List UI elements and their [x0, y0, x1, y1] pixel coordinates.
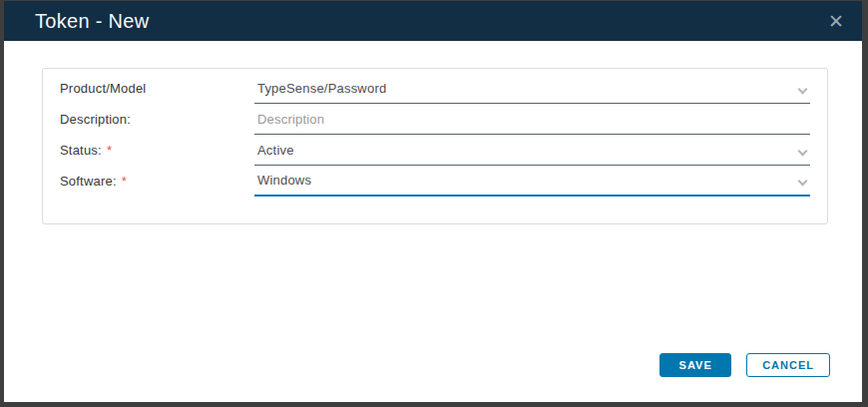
token-new-dialog: Token - New ✕ Product/Model TypeSense/Pa… — [4, 1, 862, 402]
window-frame: Token - New ✕ Product/Model TypeSense/Pa… — [0, 0, 868, 407]
software-value: Windows — [257, 173, 311, 188]
product-model-value: TypeSense/Password — [257, 81, 386, 96]
dialog-title: Token - New — [35, 10, 149, 33]
status-value: Active — [257, 143, 294, 158]
status-label-text: Status: — [60, 143, 102, 158]
form-row-product-model: Product/Model TypeSense/Password — [60, 73, 810, 104]
chevron-down-icon — [798, 177, 808, 187]
product-model-label: Product/Model — [60, 73, 254, 104]
form-row-software: Software: * Windows — [60, 166, 810, 197]
description-label: Description: — [60, 104, 254, 135]
required-asterisk: * — [107, 143, 112, 158]
software-select[interactable]: Windows — [254, 166, 810, 197]
chevron-down-icon — [798, 85, 808, 95]
form-row-description: Description: — [60, 104, 810, 135]
product-model-label-text: Product/Model — [60, 81, 146, 96]
software-label-text: Software: — [60, 174, 117, 189]
close-button[interactable]: ✕ — [824, 10, 848, 33]
dialog-header: Token - New ✕ — [4, 1, 862, 41]
status-label: Status: * — [60, 135, 254, 166]
save-button[interactable]: SAVE — [659, 353, 731, 377]
close-icon: ✕ — [828, 10, 844, 32]
chevron-down-icon — [798, 147, 808, 157]
form-panel: Product/Model TypeSense/Password Descrip… — [42, 68, 828, 224]
dialog-footer: SAVE CANCEL — [659, 353, 830, 377]
form-row-status: Status: * Active — [60, 135, 810, 166]
cancel-button[interactable]: CANCEL — [746, 353, 830, 377]
product-model-select[interactable]: TypeSense/Password — [254, 73, 810, 104]
description-label-text: Description: — [60, 112, 131, 127]
description-input[interactable] — [257, 112, 810, 127]
dialog-body: Product/Model TypeSense/Password Descrip… — [4, 41, 862, 402]
software-label: Software: * — [60, 166, 254, 197]
required-asterisk: * — [122, 174, 127, 189]
description-field — [254, 104, 810, 135]
status-select[interactable]: Active — [254, 135, 810, 166]
